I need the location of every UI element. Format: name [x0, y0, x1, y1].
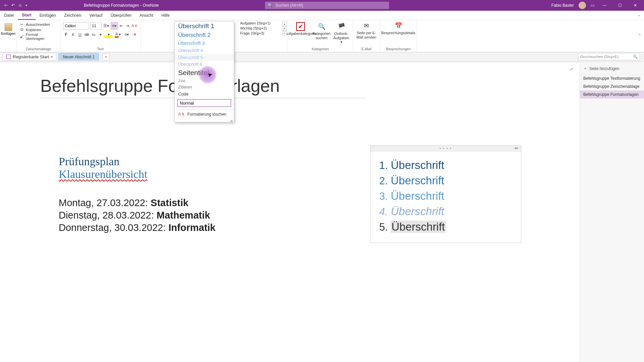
present-icon[interactable]: ▭: [591, 3, 594, 8]
flag-icon: 🏴: [337, 22, 346, 31]
note-handle[interactable]: • • • • ◂▸: [371, 145, 521, 152]
style-code[interactable]: Code: [175, 90, 234, 98]
subscript-button[interactable]: x₂: [91, 31, 97, 38]
ribbon-group-tags-list: Aufgaben (Strg+1) Wichtig (Strg+2) Frage…: [238, 20, 288, 52]
align-button[interactable]: ≡▾: [122, 31, 131, 38]
meeting-details-button[interactable]: 📅Besprechungsdetails: [383, 21, 414, 35]
undo-icon[interactable]: ↶: [11, 3, 15, 8]
back-icon[interactable]: 🡠: [4, 3, 8, 8]
paste-label[interactable]: Einfügen: [1, 32, 15, 36]
copy-button[interactable]: ⧉Kopieren: [19, 27, 57, 32]
menu-zeichnen[interactable]: Zeichnen: [60, 11, 85, 20]
page-canvas[interactable]: ⤢ Befehlsgruppe Formatvorlagen Prüfungsp…: [0, 63, 644, 362]
page-list-item[interactable]: Befehlsgruppe Zwischenablage: [580, 82, 644, 90]
close-button[interactable]: ✕: [630, 3, 641, 8]
font-color-button[interactable]: A▾: [113, 31, 122, 38]
title-bar: 🡠 ↶ ☺ ▾ Befehlsgruppe Formatvorlagen - O…: [0, 0, 644, 11]
underline-button[interactable]: U: [77, 31, 83, 38]
expand-icon[interactable]: ⤢: [570, 66, 574, 72]
strike-button[interactable]: ab: [84, 31, 90, 38]
list-item[interactable]: Überschrift: [391, 188, 511, 204]
numbering-button[interactable]: ≡▾: [111, 22, 118, 29]
tags-scroll[interactable]: ▴▾▿: [282, 21, 287, 36]
style-heading4[interactable]: Überschrift 4: [175, 47, 234, 54]
list-item[interactable]: Überschrift: [391, 158, 511, 173]
style-heading1[interactable]: Überschrift 1: [175, 21, 234, 31]
add-page-button[interactable]: ＋Seite hinzufügen: [580, 63, 644, 74]
bullets-button[interactable]: ☰▾: [103, 22, 110, 29]
style-heading5[interactable]: Überschrift 5: [175, 54, 234, 61]
resize-grip-icon[interactable]: ◢: [175, 119, 234, 122]
menu-bar: Datei Start Einfügen Zeichnen Verlauf Üb…: [0, 11, 644, 20]
style-page-title[interactable]: Seitentitel: [175, 68, 234, 78]
task-category-button[interactable]: ✔Aufgabenkategorie: [290, 22, 311, 44]
send-email-button[interactable]: ✉Seite per E-Mail senden: [356, 21, 377, 39]
note1-line5[interactable]: Donnerstag, 30.03.2022: Informatik: [59, 222, 216, 233]
note1-line3[interactable]: Montag, 27.03.2022: Statistik: [59, 197, 216, 208]
scissors-icon: ✂: [19, 22, 24, 27]
section-tab[interactable]: Neuer Abschnitt 1: [58, 53, 99, 61]
clear-formatting-button[interactable]: A↯Formatierung löschen: [175, 110, 234, 119]
menu-hilfe[interactable]: Hilfe: [157, 11, 174, 20]
format-painter-button[interactable]: 🖌Format übertragen: [19, 33, 57, 41]
note-container-2[interactable]: • • • • ◂▸ Überschrift Überschrift Übers…: [370, 145, 521, 243]
menu-ueberpruefen[interactable]: Überprüfen: [106, 11, 136, 20]
list-item[interactable]: Überschrift: [391, 204, 511, 219]
qat-more-icon[interactable]: ▾: [25, 4, 27, 7]
notebook-selector[interactable]: Registerkarte Start ▾: [3, 53, 56, 61]
text-group-label: Text: [63, 47, 138, 52]
font-size-select[interactable]: [90, 22, 102, 29]
ribbon: Einfügen ✂Ausschneiden ⧉Kopieren 🖌Format…: [0, 20, 644, 52]
menu-datei[interactable]: Datei: [0, 11, 18, 20]
note-container-1[interactable]: Prüfungsplan Klausurenübersicht Montag, …: [59, 155, 216, 233]
highlight-button[interactable]: ▾: [104, 31, 113, 38]
emoji-icon[interactable]: ☺: [18, 3, 22, 8]
style-heading6[interactable]: Überschrift 6: [175, 61, 234, 68]
menu-ansicht[interactable]: Ansicht: [136, 11, 157, 20]
note-nav-icon[interactable]: ◂▸: [514, 146, 519, 150]
note1-line1[interactable]: Prüfungsplan: [59, 155, 216, 168]
tag-important[interactable]: Wichtig (Strg+2): [239, 26, 286, 31]
user-name[interactable]: Fabio Basler: [551, 3, 574, 8]
list-item[interactable]: Überschrift: [391, 219, 511, 235]
avatar[interactable]: [579, 2, 586, 9]
cut-button[interactable]: ✂Ausschneiden: [19, 22, 57, 27]
collapse-ribbon-icon[interactable]: ⌃: [638, 34, 641, 38]
note1-line4[interactable]: Dienstag, 28.03.2022: Mathematik: [59, 210, 216, 221]
paste-icon[interactable]: [5, 23, 12, 31]
style-quote[interactable]: Zitat: [175, 78, 234, 84]
indent-button[interactable]: ⇥: [125, 22, 130, 29]
font-name-select[interactable]: [63, 22, 89, 29]
italic-button[interactable]: K: [70, 31, 76, 38]
ribbon-options-icon[interactable]: ⌄: [638, 13, 641, 17]
list-item[interactable]: Überschrift: [391, 173, 511, 188]
style-normal[interactable]: Normal: [177, 99, 231, 107]
minimize-button[interactable]: —: [599, 3, 610, 8]
page-list-item[interactable]: Befehlsgruppe Formatvorlagen: [580, 90, 644, 99]
search-box[interactable]: 🔍 Suchen (Alt+M): [265, 2, 389, 9]
tag-question[interactable]: Frage (Strg+3): [239, 31, 286, 36]
find-categories-button[interactable]: 🔍Kategorien suchen: [313, 22, 330, 44]
outlook-tasks-button[interactable]: 🏴Outlook-Aufgaben ▾: [332, 22, 350, 44]
style-cite[interactable]: Zitieren: [175, 84, 234, 90]
style-heading3[interactable]: Überschrift 3: [175, 40, 234, 47]
tag-tasks[interactable]: Aufgaben (Strg+1): [239, 21, 286, 25]
calendar-icon: 📅: [394, 21, 403, 30]
maximize-button[interactable]: ☐: [614, 3, 625, 8]
add-section-button[interactable]: +: [102, 54, 110, 60]
ribbon-group-text: ☰▾ ≡▾ ⇤ ⇥ A✕ F K U ab x₂ ▾ ▾ A▾ ≡▾ ✕ Tex…: [60, 20, 141, 52]
style-heading2[interactable]: Überschrift 2: [175, 31, 234, 40]
bold-button[interactable]: F: [63, 31, 69, 38]
outdent-button[interactable]: ⇤: [119, 22, 124, 29]
note1-line2[interactable]: Klausurenübersicht: [59, 168, 216, 181]
page-list-item[interactable]: Befehlsgruppe Textformatierung: [580, 74, 644, 82]
clear-format-button[interactable]: A✕: [131, 22, 138, 29]
page-list-panel: ＋Seite hinzufügen Befehlsgruppe Textform…: [580, 63, 644, 362]
superscript-button[interactable]: ▾: [98, 31, 104, 38]
menu-start[interactable]: Start: [18, 11, 35, 20]
page-search-input[interactable]: Durchsuchen (Strg+E) 🔍: [578, 53, 640, 60]
email-group-label: E-Mail: [356, 47, 377, 52]
delete-button[interactable]: ✕: [131, 31, 138, 38]
menu-einfuegen[interactable]: Einfügen: [36, 11, 60, 20]
menu-verlauf[interactable]: Verlauf: [85, 11, 106, 20]
